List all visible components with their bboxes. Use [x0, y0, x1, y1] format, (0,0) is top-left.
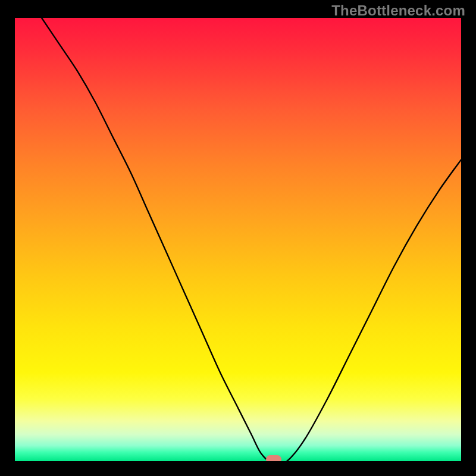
- optimal-point-marker: [266, 455, 281, 461]
- watermark-text: TheBottleneck.com: [331, 2, 465, 19]
- plot-area: [15, 18, 461, 461]
- chart-frame: TheBottleneck.com: [0, 0, 476, 476]
- bottleneck-curve: [15, 18, 461, 461]
